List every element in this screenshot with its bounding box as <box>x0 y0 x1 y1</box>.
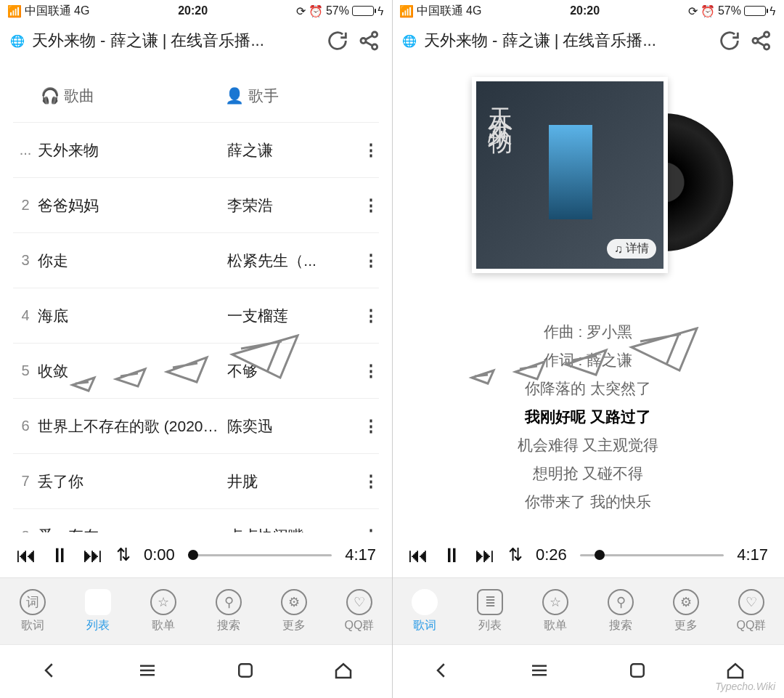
pause-button[interactable]: ⏸ <box>49 543 70 567</box>
carrier: 中国联通 <box>417 4 463 19</box>
list-header: 🎧歌曲 👤歌手 <box>13 64 379 122</box>
tab-qq[interactable]: ♡QQ群 <box>719 578 784 644</box>
song-name: 爸爸妈妈 <box>38 195 227 216</box>
song-name: 海底 <box>38 306 227 326</box>
alarm-icon: ⏰ <box>309 4 323 18</box>
globe-icon: 🌐 <box>10 34 25 48</box>
share-button[interactable] <box>357 28 382 53</box>
prev-button[interactable]: ⏮ <box>16 543 36 567</box>
song-more-button[interactable]: ⋮ <box>363 307 379 325</box>
duration: 4:17 <box>737 545 768 564</box>
app-tab-bar: 词歌词≣列表☆歌单⚲搜索⚙更多♡QQ群 <box>0 577 392 644</box>
song-row[interactable]: 3 你走 松紧先生（... ⋮ <box>13 232 379 288</box>
tab-list[interactable]: ≣列表 <box>65 578 131 644</box>
nav-tabs-button[interactable] <box>234 660 256 684</box>
battery-icon <box>352 6 374 16</box>
tab-label: 列表 <box>86 618 110 633</box>
song-artist: 一支榴莲 <box>227 306 363 326</box>
song-row[interactable]: 7 丢了你 井胧 ⋮ <box>13 453 379 508</box>
sort-button[interactable]: ⇅ <box>508 545 523 565</box>
tab-more[interactable]: ⚙更多 <box>653 578 719 644</box>
search-icon: ⚲ <box>216 589 242 615</box>
song-more-button[interactable]: ⋮ <box>363 141 379 160</box>
page-title[interactable]: 天外来物 - 薛之谦 | 在线音乐播... <box>32 30 318 52</box>
list-icon: ≣ <box>477 589 503 615</box>
lyric-line: 作曲 : 罗小黑 <box>518 322 659 342</box>
song-row[interactable]: 2 爸爸妈妈 李荣浩 ⋮ <box>13 177 379 232</box>
network: 4G <box>466 4 481 17</box>
tab-qq[interactable]: ♡QQ群 <box>327 578 392 644</box>
tab-label: QQ群 <box>737 618 767 633</box>
tab-search[interactable]: ⚲搜索 <box>588 578 653 644</box>
carrier: 中国联通 <box>25 4 71 19</box>
song-list-view: 🎧歌曲 👤歌手 ... 天外来物 薛之谦 ⋮2 爸爸妈妈 李荣浩 ⋮3 你走 松… <box>0 60 392 532</box>
reload-button[interactable] <box>717 28 742 53</box>
seek-bar[interactable] <box>580 554 724 556</box>
lyric-line: 你降落的 太突然了 <box>518 378 659 399</box>
lyric-line: 你带来了 我的快乐 <box>518 492 659 512</box>
song-more-button[interactable]: ⋮ <box>363 472 379 491</box>
nav-menu-button[interactable] <box>136 660 158 684</box>
tab-label: 歌词 <box>413 618 436 633</box>
seek-bar[interactable] <box>188 554 332 556</box>
share-button[interactable] <box>749 28 774 53</box>
song-row[interactable]: 6 世界上不存在的歌 (2020重... 陈奕迅 ⋮ <box>13 398 379 453</box>
tab-label: 更多 <box>282 618 306 633</box>
song-row[interactable]: 4 海底 一支榴莲 ⋮ <box>13 288 379 343</box>
song-row[interactable]: ... 天外来物 薛之谦 ⋮ <box>13 122 379 177</box>
song-artist: 不够 <box>227 361 363 381</box>
album-detail-button[interactable]: ♫ 详情 <box>607 239 656 259</box>
tab-playlist[interactable]: ☆歌单 <box>131 578 196 644</box>
tab-label: 列表 <box>478 618 502 633</box>
song-index: 4 <box>13 307 38 324</box>
nav-tabs-button[interactable] <box>626 660 648 684</box>
pause-button[interactable]: ⏸ <box>441 543 462 567</box>
person-icon: 👤 <box>225 87 244 105</box>
tab-playlist[interactable]: ☆歌单 <box>523 578 588 644</box>
song-artist: 卢卢快闭嘴 <box>227 526 363 532</box>
svg-rect-7 <box>631 664 644 677</box>
watermark: Typecho.Wiki <box>715 681 775 692</box>
tab-lyrics[interactable]: 词歌词 <box>0 578 65 644</box>
signal-icon: 📶 <box>399 4 414 18</box>
search-icon: ⚲ <box>608 589 634 615</box>
next-button[interactable]: ⏭ <box>83 543 103 567</box>
tab-label: 歌单 <box>152 618 175 633</box>
song-artist: 松紧先生（... <box>227 251 363 271</box>
globe-icon: 🌐 <box>402 34 417 48</box>
song-row[interactable]: 5 收敛 不够 ⋮ <box>13 343 379 398</box>
sort-button[interactable]: ⇅ <box>116 545 131 565</box>
tab-search[interactable]: ⚲搜索 <box>196 578 261 644</box>
player-bar: ⏮ ⏸ ⏭ ⇅ 0:26 4:17 <box>392 532 784 577</box>
song-more-button[interactable]: ⋮ <box>363 362 379 381</box>
nav-menu-button[interactable] <box>528 660 550 684</box>
player-bar: ⏮ ⏸ ⏭ ⇅ 0:00 4:17 <box>0 532 392 577</box>
headphones-icon: 🎧 <box>41 87 60 105</box>
lyric-line: 机会难得 又主观觉得 <box>518 435 659 455</box>
song-more-button[interactable]: ⋮ <box>363 251 379 270</box>
tab-label: QQ群 <box>345 618 375 633</box>
tab-more[interactable]: ⚙更多 <box>261 578 327 644</box>
browser-title-bar: 🌐 天外来物 - 薛之谦 | 在线音乐播... <box>0 22 392 60</box>
nav-home-button[interactable] <box>332 660 354 684</box>
tab-lyrics[interactable]: 词歌词 <box>392 578 457 644</box>
more-icon: ⚙ <box>673 589 699 615</box>
song-index: 6 <box>13 418 38 434</box>
song-more-button[interactable]: ⋮ <box>363 196 379 215</box>
tab-label: 搜索 <box>217 618 240 633</box>
list-icon: ≣ <box>85 589 111 615</box>
nav-back-button[interactable] <box>38 660 60 684</box>
tab-list[interactable]: ≣列表 <box>457 578 523 644</box>
nav-back-button[interactable] <box>430 660 452 684</box>
clock: 20:20 <box>570 4 600 17</box>
reload-button[interactable] <box>325 28 350 53</box>
album-cover[interactable]: 天外來物 ♫ 详情 <box>472 77 668 273</box>
next-button[interactable]: ⏭ <box>475 543 495 567</box>
app-tab-bar: 词歌词≣列表☆歌单⚲搜索⚙更多♡QQ群 <box>392 577 784 644</box>
prev-button[interactable]: ⏮ <box>408 543 428 567</box>
more-icon: ⚙ <box>281 589 307 615</box>
song-more-button[interactable]: ⋮ <box>363 527 379 532</box>
song-more-button[interactable]: ⋮ <box>363 417 379 436</box>
page-title[interactable]: 天外来物 - 薛之谦 | 在线音乐播... <box>424 30 710 52</box>
song-row[interactable]: 8 爱，存在 卢卢快闭嘴 ⋮ <box>13 508 379 532</box>
